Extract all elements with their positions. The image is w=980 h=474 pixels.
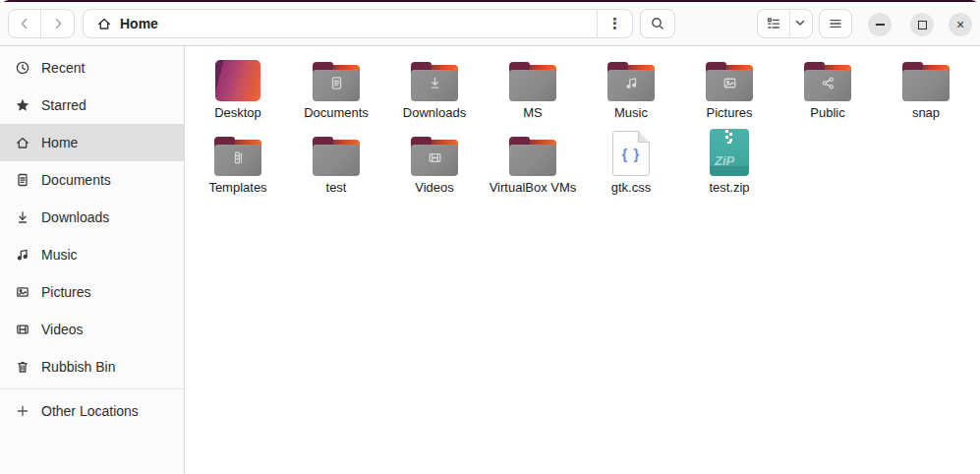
sidebar-item-pictures[interactable]: Pictures [0,273,184,311]
maximize-button[interactable] [910,13,934,36]
sidebar-item-starred[interactable]: Starred [0,87,184,124]
downloads-icon [15,209,30,225]
hamburger-menu-button[interactable] [819,9,852,38]
sidebar-item-label: Music [41,247,78,263]
file-item-snap[interactable]: snap [877,50,975,125]
file-item-gtk-css[interactable]: { } gtk.css [582,125,680,200]
desktop-wallpaper-icon [215,60,260,101]
video-emblem-icon [411,149,458,166]
sidebar-bottom-list: Other Locations [0,392,184,430]
history-nav-group [8,9,75,38]
file-item-downloads[interactable]: Downloads [385,50,484,125]
file-item-videos[interactable]: Videos [385,125,484,200]
back-button[interactable] [9,10,41,37]
file-item-desktop[interactable]: Desktop [189,50,287,125]
file-label: snap [912,106,940,121]
close-button[interactable]: × [949,13,972,36]
path-menu-button[interactable]: ⋮ [597,10,632,37]
chevron-right-icon [50,16,66,31]
folder-icon [509,137,556,176]
hamburger-icon [828,16,843,31]
folder-image-icon [706,62,753,101]
file-label: test [326,181,347,196]
music-emblem-icon [607,75,655,91]
file-label: test.zip [709,181,749,196]
sidebar-item-label: Recent [41,60,85,76]
sidebar-item-label: Home [41,135,78,150]
videos-icon [15,322,30,337]
chevron-left-icon [17,16,32,31]
file-item-virtualbox-vms[interactable]: VirtualBox VMs [484,125,582,200]
sidebar-separator [0,388,184,389]
sidebar-places-list: Recent Starred Home Documents Downloads … [0,49,184,385]
file-label: Videos [415,181,454,196]
folder-download-icon [411,62,458,101]
list-view-button[interactable] [758,10,790,37]
file-item-test[interactable]: test [287,125,385,200]
path-segment-home[interactable]: Home [84,10,597,37]
sidebar-item-recent[interactable]: Recent [0,49,184,87]
trash-icon [15,359,30,375]
file-label: Music [614,106,648,121]
sidebar-item-rubbish-bin[interactable]: Rubbish Bin [0,348,184,385]
sidebar-item-other-locations[interactable]: Other Locations [0,392,184,430]
kebab-icon: ⋮ [607,15,622,32]
document-emblem-icon [313,75,360,91]
file-item-documents[interactable]: Documents [287,50,385,125]
view-toggle-group [757,9,813,38]
search-button[interactable] [640,9,675,38]
files-view[interactable]: Desktop Documents Downloads MS Music Pic… [185,46,980,474]
folder-icon [509,62,556,101]
file-label: gtk.css [611,181,651,196]
file-item-music[interactable]: Music [582,50,680,125]
file-item-test-zip[interactable]: ZiP test.zip [680,125,778,200]
sidebar-item-music[interactable]: Music [0,236,184,273]
file-item-public[interactable]: Public [778,50,877,125]
download-emblem-icon [411,75,458,91]
file-label: Desktop [214,106,261,121]
view-options-dropdown[interactable] [790,10,812,37]
window-body: Recent Starred Home Documents Downloads … [0,46,980,474]
sidebar-item-label: Pictures [41,284,91,300]
image-emblem-icon [706,75,753,91]
sidebar-item-downloads[interactable]: Downloads [0,199,184,236]
file-label: Pictures [707,106,753,121]
page-fold [638,131,650,143]
plus-icon [15,403,30,419]
list-view-icon [766,16,781,31]
folder-icon [313,137,360,176]
file-label: MS [523,106,543,121]
folder-document-icon [313,62,360,101]
sidebar-item-label: Other Locations [41,403,139,419]
sidebar-item-documents[interactable]: Documents [0,161,184,199]
folder-share-icon [804,62,851,101]
zip-badge: ZiP [715,153,734,168]
file-item-ms[interactable]: MS [484,50,582,125]
css-file-icon: { } [612,131,650,176]
minimize-button[interactable] [868,13,892,36]
folder-templates-icon [214,137,261,176]
sidebar-item-videos[interactable]: Videos [0,311,184,348]
file-item-templates[interactable]: Templates [189,125,287,200]
forward-button[interactable] [41,10,74,37]
file-label: Public [810,106,844,121]
braces-glyph: { } [622,146,641,162]
file-label: VirtualBox VMs [490,181,577,196]
folder-music-icon [607,62,655,101]
path-bar[interactable]: Home ⋮ [83,9,633,38]
chevron-down-icon [793,16,809,31]
share-emblem-icon [804,75,851,91]
maximize-icon [918,21,927,30]
file-item-pictures[interactable]: Pictures [680,50,778,125]
zip-file-icon: ZiP [710,129,749,176]
music-icon [15,247,30,263]
pictures-icon [15,284,30,300]
file-grid: Desktop Documents Downloads MS Music Pic… [189,50,980,200]
home-icon [15,135,30,150]
sidebar-item-home[interactable]: Home [0,124,184,161]
file-label: Templates [208,181,266,196]
recent-icon [15,60,30,76]
file-label: Documents [304,106,369,121]
zipper-icon [725,129,733,144]
starred-icon [15,97,30,113]
